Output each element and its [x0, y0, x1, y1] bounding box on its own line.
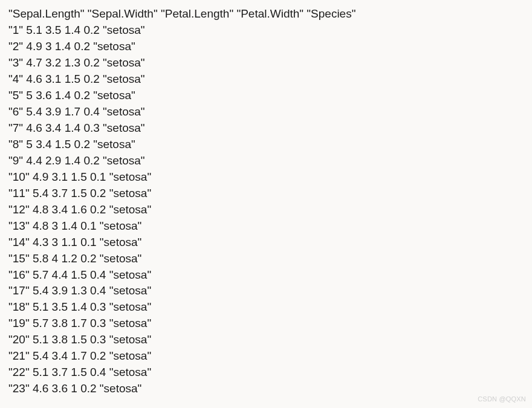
- data-row: "2" 4.9 3 1.4 0.2 "setosa": [8, 39, 524, 55]
- data-row: "23" 4.6 3.6 1 0.2 "setosa": [8, 381, 524, 397]
- data-row: "10" 4.9 3.1 1.5 0.1 "setosa": [8, 169, 524, 186]
- data-row: "19" 5.7 3.8 1.7 0.3 "setosa": [8, 316, 524, 332]
- data-row: "6" 5.4 3.9 1.7 0.4 "setosa": [8, 104, 524, 120]
- data-row: "1" 5.1 3.5 1.4 0.2 "setosa": [8, 22, 524, 39]
- data-row: "4" 4.6 3.1 1.5 0.2 "setosa": [8, 71, 524, 88]
- data-row: "22" 5.1 3.7 1.5 0.4 "setosa": [8, 364, 524, 381]
- data-row: "14" 4.3 3 1.1 0.1 "setosa": [8, 235, 524, 251]
- data-row: "3" 4.7 3.2 1.3 0.2 "setosa": [8, 55, 524, 71]
- data-container: "1" 5.1 3.5 1.4 0.2 "setosa""2" 4.9 3 1.…: [8, 22, 524, 397]
- data-row: "11" 5.4 3.7 1.5 0.2 "setosa": [8, 186, 524, 202]
- data-row: "21" 5.4 3.4 1.7 0.2 "setosa": [8, 348, 524, 364]
- data-row: "9" 4.4 2.9 1.4 0.2 "setosa": [8, 153, 524, 169]
- data-row: "16" 5.7 4.4 1.5 0.4 "setosa": [8, 267, 524, 283]
- watermark: CSDN @QQXN: [478, 395, 526, 404]
- data-row: "18" 5.1 3.5 1.4 0.3 "setosa": [8, 299, 524, 316]
- data-row: "8" 5 3.4 1.5 0.2 "setosa": [8, 137, 524, 153]
- data-row: "5" 5 3.6 1.4 0.2 "setosa": [8, 88, 524, 104]
- data-row: "15" 5.8 4 1.2 0.2 "setosa": [8, 251, 524, 267]
- data-row: "7" 4.6 3.4 1.4 0.3 "setosa": [8, 120, 524, 137]
- data-row: "20" 5.1 3.8 1.5 0.3 "setosa": [8, 332, 524, 348]
- data-row: "12" 4.8 3.4 1.6 0.2 "setosa": [8, 202, 524, 218]
- header-row: "Sepal.Length" "Sepal.Width" "Petal.Leng…: [8, 6, 524, 22]
- data-row: "13" 4.8 3 1.4 0.1 "setosa": [8, 218, 524, 235]
- data-row: "17" 5.4 3.9 1.3 0.4 "setosa": [8, 283, 524, 299]
